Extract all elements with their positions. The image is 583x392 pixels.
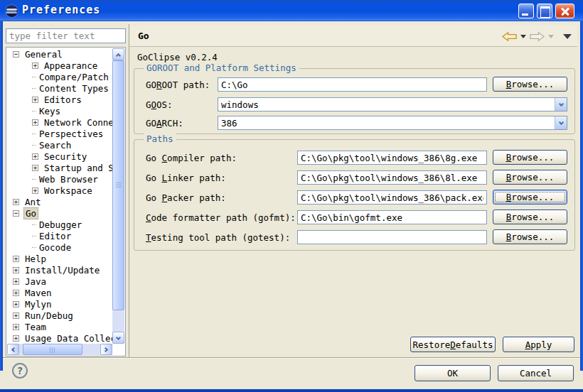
- tree-item-label: Keys: [38, 106, 62, 116]
- goos-select[interactable]: windows: [218, 97, 567, 111]
- tree-item-ant[interactable]: +Ant: [7, 196, 112, 207]
- maximize-button[interactable]: [537, 4, 552, 18]
- tree-item-network-connect[interactable]: +Network Connect: [7, 116, 112, 128]
- tree-item-editors[interactable]: +Editors: [7, 94, 112, 105]
- expand-icon[interactable]: +: [32, 119, 38, 126]
- panel-divider[interactable]: [129, 24, 129, 357]
- tree-item-usage-data-collect[interactable]: +Usage Data Collect: [7, 332, 112, 344]
- testing-tool-path-input[interactable]: [297, 230, 487, 244]
- filter-input[interactable]: [6, 28, 126, 43]
- tree-item-maven[interactable]: +Maven: [7, 287, 112, 298]
- expand-icon[interactable]: +: [13, 335, 19, 342]
- scroll-down-icon[interactable]: [112, 332, 124, 344]
- expand-icon[interactable]: +: [13, 312, 19, 319]
- tree-item-install-update[interactable]: +Install/Update: [7, 264, 112, 276]
- tree-item-general[interactable]: −General: [7, 48, 112, 60]
- tree-item-java[interactable]: +Java: [7, 276, 112, 287]
- tree-item-appearance[interactable]: +Appearance: [7, 60, 112, 71]
- question-mark-icon: ?: [17, 365, 23, 376]
- tree-item-keys[interactable]: Keys: [7, 105, 112, 116]
- go-linker-path-input[interactable]: [297, 170, 487, 185]
- tree-item-mylyn[interactable]: +Mylyn: [7, 298, 112, 310]
- tree-item-debugger[interactable]: Debugger: [7, 219, 112, 230]
- minimize-button[interactable]: [518, 4, 534, 18]
- expand-icon[interactable]: +: [32, 165, 38, 171]
- go-linker-browse-button[interactable]: Browse...: [493, 170, 567, 185]
- goarch-select[interactable]: 386: [218, 116, 567, 130]
- testing-tool-browse-button[interactable]: Browse...: [493, 229, 567, 244]
- tree-item-label: Workspace: [43, 185, 94, 196]
- tree-item-gocode[interactable]: Gocode: [7, 241, 112, 253]
- close-button[interactable]: [555, 4, 574, 18]
- tree-item-workspace[interactable]: +Workspace: [7, 185, 112, 196]
- expand-icon[interactable]: +: [32, 187, 38, 194]
- vertical-scroll-thumb[interactable]: [112, 60, 124, 310]
- expand-icon[interactable]: +: [32, 153, 38, 160]
- expand-icon[interactable]: +: [32, 97, 38, 103]
- code-formatter-path-input[interactable]: [297, 210, 487, 224]
- tree-item-team[interactable]: +Team: [7, 321, 112, 332]
- tree-connector: [32, 224, 36, 225]
- ok-button[interactable]: OK: [414, 365, 491, 381]
- cancel-button[interactable]: Cancel: [498, 365, 574, 381]
- chevron-down-icon[interactable]: [555, 116, 567, 129]
- goroot-path-input[interactable]: [218, 77, 487, 92]
- tree-item-help[interactable]: +Help: [7, 253, 112, 264]
- help-button[interactable]: ?: [12, 363, 28, 379]
- expand-icon[interactable]: +: [32, 62, 38, 69]
- expand-icon[interactable]: +: [13, 324, 19, 330]
- tree-item-web-browser[interactable]: Web Browser: [7, 173, 112, 185]
- testing-tool-path-label: Testing tool path (gotest):: [146, 232, 290, 243]
- restore-defaults-button[interactable]: Restore Defaults: [410, 337, 496, 352]
- go-linker-path-label: Go Linker path:: [146, 173, 226, 183]
- go-compiler-path-input[interactable]: [297, 151, 487, 165]
- expand-icon[interactable]: +: [13, 256, 19, 262]
- go-packer-path-input[interactable]: [297, 190, 487, 205]
- tree-horizontal-scrollbar[interactable]: [7, 344, 112, 355]
- tree-item-label: Web Browser: [38, 174, 100, 185]
- tree-connector: [32, 236, 36, 236]
- back-arrow-icon[interactable]: [502, 31, 517, 42]
- collapse-icon[interactable]: −: [13, 210, 19, 217]
- tree-vertical-scrollbar[interactable]: [112, 48, 124, 344]
- expand-icon[interactable]: +: [13, 199, 19, 205]
- tree-item-security[interactable]: +Security: [7, 151, 112, 162]
- scroll-right-icon[interactable]: [100, 344, 112, 355]
- forward-menu-icon[interactable]: [548, 35, 554, 38]
- title-bar[interactable]: Preferences: [0, 0, 583, 21]
- tree-item-search[interactable]: Search: [7, 139, 112, 151]
- horizontal-scroll-thumb[interactable]: [23, 344, 82, 355]
- goroot-browse-button[interactable]: Browse...: [493, 77, 567, 92]
- go-compiler-browse-button[interactable]: Browse...: [493, 150, 567, 165]
- expand-icon[interactable]: +: [13, 267, 19, 273]
- tree-item-label: Content Types: [38, 83, 110, 94]
- tree-item-editor[interactable]: Editor: [7, 230, 112, 241]
- view-menu-icon[interactable]: [563, 34, 572, 39]
- group-title: Paths: [144, 134, 176, 144]
- group-title: GOROOT and Platform Settings: [144, 62, 299, 73]
- expand-icon[interactable]: +: [13, 290, 19, 296]
- goos-label: GOOS:: [146, 99, 173, 110]
- paths-group: Paths Go Compiler path: Browse... Go Lin…: [134, 139, 575, 251]
- tree-item-label: General: [23, 49, 64, 60]
- apply-button[interactable]: Apply: [503, 337, 574, 352]
- tree-item-content-types[interactable]: Content Types: [7, 82, 112, 94]
- tree-item-perspectives[interactable]: Perspectives: [7, 128, 112, 139]
- forward-arrow-icon[interactable]: [530, 31, 545, 42]
- preferences-tree[interactable]: −General+AppearanceCompare/PatchContent …: [6, 47, 126, 356]
- scroll-left-icon[interactable]: [7, 344, 19, 355]
- tree-item-go[interactable]: −Go: [7, 207, 112, 219]
- page-title: Go: [138, 31, 149, 41]
- back-menu-icon[interactable]: [520, 35, 526, 38]
- go-packer-browse-button[interactable]: Browse...: [493, 190, 567, 205]
- code-formatter-browse-button[interactable]: Browse...: [493, 209, 567, 224]
- tree-item-compare-patch[interactable]: Compare/Patch: [7, 71, 112, 82]
- window-border-bottom: [0, 389, 583, 392]
- scroll-up-icon[interactable]: [112, 48, 124, 60]
- expand-icon[interactable]: +: [13, 301, 19, 307]
- collapse-icon[interactable]: −: [13, 51, 19, 58]
- tree-item-run-debug[interactable]: +Run/Debug: [7, 310, 112, 321]
- expand-icon[interactable]: +: [13, 278, 19, 285]
- chevron-down-icon[interactable]: [555, 98, 567, 111]
- tree-item-startup-and-shu[interactable]: +Startup and Shu: [7, 162, 112, 173]
